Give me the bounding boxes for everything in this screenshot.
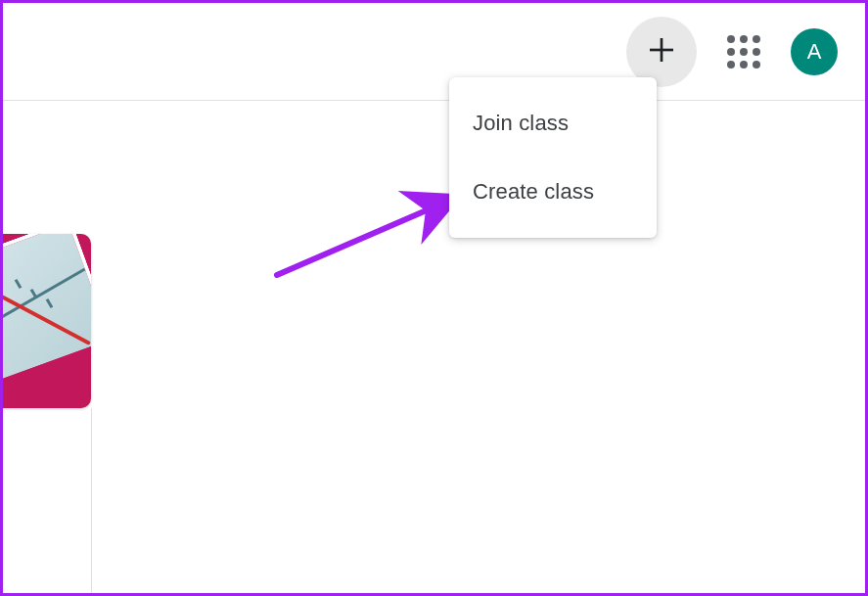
menu-item-label: Join class xyxy=(473,111,569,135)
menu-item-create-class[interactable]: Create class xyxy=(449,158,657,226)
plus-icon xyxy=(646,34,677,69)
class-card-thumbnail[interactable] xyxy=(0,234,91,408)
svg-line-0 xyxy=(277,197,458,275)
annotation-arrow-icon xyxy=(267,177,473,285)
add-button[interactable] xyxy=(626,17,697,87)
google-apps-button[interactable] xyxy=(720,28,767,75)
add-menu: Join class Create class xyxy=(449,77,657,238)
apps-grid-icon xyxy=(727,35,760,69)
avatar-initial: A xyxy=(807,39,822,65)
app-header: A xyxy=(3,3,865,101)
account-avatar[interactable]: A xyxy=(791,28,838,75)
menu-item-join-class[interactable]: Join class xyxy=(449,89,657,158)
card-divider xyxy=(91,408,92,596)
menu-item-label: Create class xyxy=(473,179,594,204)
